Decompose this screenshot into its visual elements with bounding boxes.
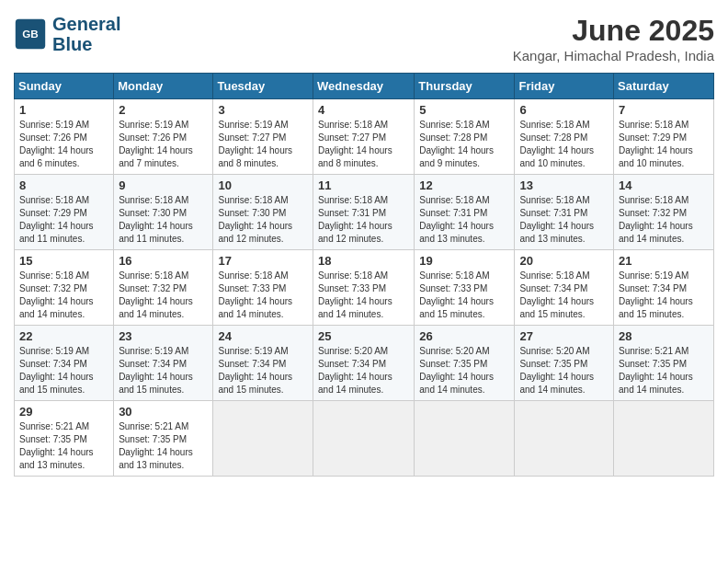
week-row-3: 15 Sunrise: 5:18 AM Sunset: 7:32 PM Dayl… [15,250,714,326]
day-cell: 24 Sunrise: 5:19 AM Sunset: 7:34 PM Dayl… [213,326,313,401]
svg-text:GB: GB [22,28,39,40]
col-header-monday: Monday [114,74,213,99]
day-number: 7 [619,103,709,117]
cell-content: Sunrise: 5:19 AM Sunset: 7:34 PM Dayligh… [19,345,108,396]
day-cell: 22 Sunrise: 5:19 AM Sunset: 7:34 PM Dayl… [15,326,114,401]
day-cell [313,401,415,477]
day-number: 15 [19,254,108,268]
day-number: 4 [318,103,409,117]
logo-line1: General [52,14,120,34]
cell-content: Sunrise: 5:20 AM Sunset: 7:35 PM Dayligh… [419,345,509,396]
title-area: June 2025 Kangar, Himachal Pradesh, Indi… [513,14,714,63]
cell-content: Sunrise: 5:19 AM Sunset: 7:26 PM Dayligh… [19,119,108,170]
cell-content: Sunrise: 5:20 AM Sunset: 7:34 PM Dayligh… [318,345,409,396]
day-cell: 13 Sunrise: 5:18 AM Sunset: 7:31 PM Dayl… [515,175,614,250]
day-cell [415,401,515,477]
header: GB General Blue June 2025 Kangar, Himach… [14,14,714,63]
day-cell: 12 Sunrise: 5:18 AM Sunset: 7:31 PM Dayl… [415,175,515,250]
col-header-tuesday: Tuesday [213,74,313,99]
cell-content: Sunrise: 5:18 AM Sunset: 7:33 PM Dayligh… [419,270,509,321]
day-cell: 6 Sunrise: 5:18 AM Sunset: 7:28 PM Dayli… [515,99,614,175]
week-row-1: 1 Sunrise: 5:19 AM Sunset: 7:26 PM Dayli… [15,99,714,175]
day-cell: 10 Sunrise: 5:18 AM Sunset: 7:30 PM Dayl… [213,175,313,250]
day-cell: 14 Sunrise: 5:18 AM Sunset: 7:32 PM Dayl… [614,175,714,250]
col-header-sunday: Sunday [15,74,114,99]
day-number: 29 [19,405,108,419]
cell-content: Sunrise: 5:18 AM Sunset: 7:28 PM Dayligh… [519,119,609,170]
cell-content: Sunrise: 5:20 AM Sunset: 7:35 PM Dayligh… [519,345,609,396]
cell-content: Sunrise: 5:18 AM Sunset: 7:32 PM Dayligh… [19,270,108,321]
cell-content: Sunrise: 5:18 AM Sunset: 7:33 PM Dayligh… [318,270,409,321]
day-number: 22 [19,329,108,343]
day-cell: 3 Sunrise: 5:19 AM Sunset: 7:27 PM Dayli… [213,99,313,175]
day-number: 27 [519,329,609,343]
cell-content: Sunrise: 5:18 AM Sunset: 7:33 PM Dayligh… [218,270,308,321]
day-cell [213,401,313,477]
week-row-5: 29 Sunrise: 5:21 AM Sunset: 7:35 PM Dayl… [15,401,714,477]
cell-content: Sunrise: 5:18 AM Sunset: 7:27 PM Dayligh… [318,119,409,170]
week-row-4: 22 Sunrise: 5:19 AM Sunset: 7:34 PM Dayl… [15,326,714,401]
day-number: 16 [119,254,208,268]
day-cell: 17 Sunrise: 5:18 AM Sunset: 7:33 PM Dayl… [213,250,313,326]
logo: GB General Blue [14,14,120,54]
day-number: 14 [619,178,709,192]
logo-text: General Blue [52,14,120,54]
cell-content: Sunrise: 5:19 AM Sunset: 7:34 PM Dayligh… [218,345,308,396]
day-number: 28 [619,329,709,343]
cell-content: Sunrise: 5:21 AM Sunset: 7:35 PM Dayligh… [619,345,709,396]
day-number: 18 [318,254,409,268]
day-cell: 8 Sunrise: 5:18 AM Sunset: 7:29 PM Dayli… [15,175,114,250]
day-number: 3 [218,103,308,117]
cell-content: Sunrise: 5:18 AM Sunset: 7:31 PM Dayligh… [318,194,409,246]
day-cell: 19 Sunrise: 5:18 AM Sunset: 7:33 PM Dayl… [415,250,515,326]
day-cell: 5 Sunrise: 5:18 AM Sunset: 7:28 PM Dayli… [415,99,515,175]
cell-content: Sunrise: 5:19 AM Sunset: 7:34 PM Dayligh… [619,270,709,321]
day-number: 26 [419,329,509,343]
day-cell [515,401,614,477]
day-cell: 27 Sunrise: 5:20 AM Sunset: 7:35 PM Dayl… [515,326,614,401]
day-cell: 9 Sunrise: 5:18 AM Sunset: 7:30 PM Dayli… [114,175,213,250]
cell-content: Sunrise: 5:18 AM Sunset: 7:28 PM Dayligh… [419,119,509,170]
day-cell: 11 Sunrise: 5:18 AM Sunset: 7:31 PM Dayl… [313,175,415,250]
col-header-saturday: Saturday [614,74,714,99]
day-number: 11 [318,178,409,192]
day-cell: 15 Sunrise: 5:18 AM Sunset: 7:32 PM Dayl… [15,250,114,326]
day-number: 13 [519,178,609,192]
day-cell: 25 Sunrise: 5:20 AM Sunset: 7:34 PM Dayl… [313,326,415,401]
day-number: 5 [419,103,509,117]
day-number: 25 [318,329,409,343]
day-number: 6 [519,103,609,117]
logo-line2: Blue [52,34,92,54]
day-number: 30 [119,405,208,419]
cell-content: Sunrise: 5:21 AM Sunset: 7:35 PM Dayligh… [119,420,208,472]
cell-content: Sunrise: 5:18 AM Sunset: 7:29 PM Dayligh… [19,194,108,246]
day-cell: 7 Sunrise: 5:18 AM Sunset: 7:29 PM Dayli… [614,99,714,175]
day-cell: 23 Sunrise: 5:19 AM Sunset: 7:34 PM Dayl… [114,326,213,401]
day-number: 24 [218,329,308,343]
day-cell: 28 Sunrise: 5:21 AM Sunset: 7:35 PM Dayl… [614,326,714,401]
cell-content: Sunrise: 5:18 AM Sunset: 7:30 PM Dayligh… [119,194,208,246]
cell-content: Sunrise: 5:18 AM Sunset: 7:30 PM Dayligh… [218,194,308,246]
cell-content: Sunrise: 5:19 AM Sunset: 7:27 PM Dayligh… [218,119,308,170]
day-cell [614,401,714,477]
day-number: 8 [19,178,108,192]
week-row-2: 8 Sunrise: 5:18 AM Sunset: 7:29 PM Dayli… [15,175,714,250]
day-cell: 26 Sunrise: 5:20 AM Sunset: 7:35 PM Dayl… [415,326,515,401]
day-number: 17 [218,254,308,268]
header-row: SundayMondayTuesdayWednesdayThursdayFrid… [15,74,714,99]
col-header-thursday: Thursday [415,74,515,99]
cell-content: Sunrise: 5:18 AM Sunset: 7:31 PM Dayligh… [419,194,509,246]
day-number: 19 [419,254,509,268]
cell-content: Sunrise: 5:21 AM Sunset: 7:35 PM Dayligh… [19,420,108,472]
day-cell: 29 Sunrise: 5:21 AM Sunset: 7:35 PM Dayl… [15,401,114,477]
cell-content: Sunrise: 5:18 AM Sunset: 7:32 PM Dayligh… [619,194,709,246]
cell-content: Sunrise: 5:18 AM Sunset: 7:32 PM Dayligh… [119,270,208,321]
day-number: 12 [419,178,509,192]
day-cell: 1 Sunrise: 5:19 AM Sunset: 7:26 PM Dayli… [15,99,114,175]
day-number: 2 [119,103,208,117]
cell-content: Sunrise: 5:18 AM Sunset: 7:31 PM Dayligh… [519,194,609,246]
day-cell: 18 Sunrise: 5:18 AM Sunset: 7:33 PM Dayl… [313,250,415,326]
day-number: 21 [619,254,709,268]
day-cell: 16 Sunrise: 5:18 AM Sunset: 7:32 PM Dayl… [114,250,213,326]
cell-content: Sunrise: 5:19 AM Sunset: 7:26 PM Dayligh… [119,119,208,170]
